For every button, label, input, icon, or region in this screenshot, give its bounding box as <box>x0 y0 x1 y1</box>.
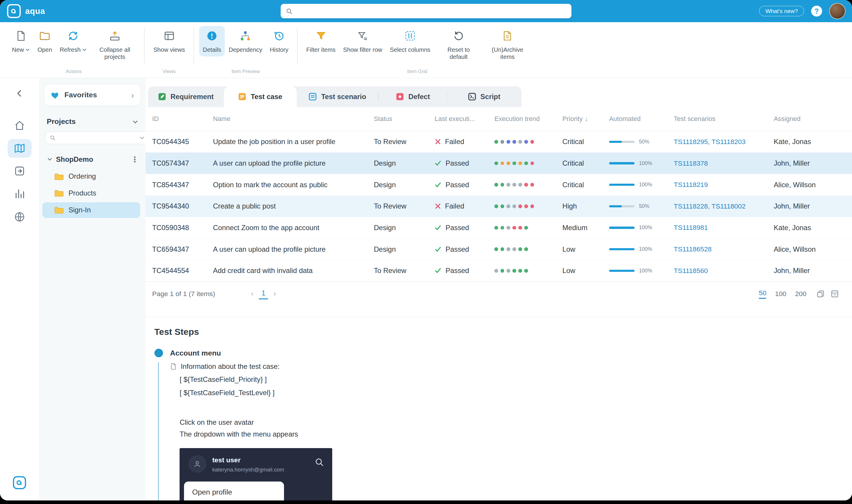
nav-projects-button[interactable] <box>8 139 32 157</box>
column-header-test-scenarios[interactable]: Test scenarios <box>674 115 774 123</box>
embedded-user-avatar <box>189 455 205 472</box>
chevron-down-icon <box>25 48 30 52</box>
passed-icon <box>435 224 442 231</box>
table-row[interactable]: TC8544347 Option to mark the account as … <box>146 174 852 196</box>
nav-integrations-button[interactable] <box>8 208 32 226</box>
scenario-links[interactable]: TS1118219 <box>674 181 774 189</box>
cell-status: Design <box>374 245 435 253</box>
tab-script[interactable]: Script <box>448 86 520 107</box>
person-icon <box>193 460 201 468</box>
next-page-button[interactable]: › <box>274 290 276 298</box>
refresh-button[interactable]: Refresh <box>56 26 91 56</box>
column-header-assigned[interactable]: Assigned <box>774 115 852 123</box>
card-view-icon[interactable] <box>816 290 825 298</box>
open-button[interactable]: Open <box>34 26 56 56</box>
page-size-50[interactable]: 50 <box>759 289 766 299</box>
select-columns-button[interactable]: Select columns <box>386 26 434 56</box>
history-button[interactable]: History <box>266 26 292 56</box>
failed-icon <box>435 139 441 145</box>
table-row[interactable]: TC4544554 Add credit card with invalid d… <box>146 260 852 282</box>
test-scenario-icon <box>309 93 317 101</box>
toolbar-separator <box>194 28 194 64</box>
table-row-selected[interactable]: TC0574347 A user can upload the profile … <box>146 152 852 174</box>
column-header-name[interactable]: Name <box>213 115 374 123</box>
column-header-automated[interactable]: Automated <box>609 115 674 123</box>
new-button[interactable]: New <box>8 26 34 56</box>
column-header-status[interactable]: Status <box>374 115 435 123</box>
favorites-label: Favorites <box>65 91 131 99</box>
toolbar-separator <box>297 28 297 64</box>
details-icon <box>206 29 218 42</box>
chevron-down-icon[interactable] <box>132 118 138 126</box>
column-header-last-execution[interactable]: Last executi... <box>435 115 494 123</box>
filter-items-button[interactable]: Filter items <box>303 26 339 56</box>
chevron-right-icon[interactable]: › <box>131 91 134 100</box>
projects-label: Projects <box>47 118 76 126</box>
nav-home-button[interactable] <box>8 116 32 134</box>
scenario-links[interactable]: TS1118228, TS1118002 <box>674 202 774 210</box>
show-views-button[interactable]: Show views <box>150 26 189 56</box>
show-filter-row-button[interactable]: Show filter row <box>339 26 386 56</box>
table-row[interactable]: TC0544345 Update the job position in a u… <box>146 131 852 153</box>
user-avatar[interactable] <box>829 3 846 19</box>
project-search-input[interactable] <box>59 134 139 142</box>
search-icon <box>286 8 293 15</box>
whats-new-button[interactable]: What's new? <box>759 6 804 16</box>
global-search[interactable] <box>281 4 572 19</box>
progress-bar <box>609 184 635 186</box>
nav-reports-button[interactable] <box>8 184 32 203</box>
cell-last-execution: Passed <box>435 223 494 232</box>
left-icon-rail <box>0 78 39 500</box>
kebab-menu-icon[interactable]: ⋮ <box>131 155 139 164</box>
tab-defect[interactable]: Defect <box>379 86 447 107</box>
search-icon <box>314 457 324 469</box>
table-row[interactable]: TC0590348 Connect Zoom to the app accoun… <box>146 217 852 239</box>
scenario-links[interactable]: TS1118560 <box>674 267 774 275</box>
reset-to-default-button[interactable]: Reset to default <box>434 26 483 64</box>
cell-assigned: John, Miller <box>774 202 852 210</box>
help-button[interactable]: ? <box>811 6 822 17</box>
dependency-button[interactable]: Dependency <box>225 26 266 56</box>
cell-priority: Low <box>562 245 609 253</box>
table-row[interactable]: TC6594347 A user can upload the profile … <box>146 239 852 260</box>
tree-node-shopdemo[interactable]: ShopDemo ⋮ <box>39 151 146 167</box>
details-button[interactable]: Details <box>199 26 225 56</box>
ribbon-toolbar: New Open Refresh Collapse <box>0 22 852 78</box>
table-row[interactable]: TC9544340 Create a public post To Review… <box>146 196 852 217</box>
cell-priority: Critical <box>562 138 609 146</box>
nav-releases-button[interactable] <box>8 162 32 180</box>
prev-page-button[interactable]: ‹ <box>251 290 253 298</box>
column-header-execution-trend[interactable]: Execution trend <box>494 115 562 123</box>
scenario-links[interactable]: TS1118295, TS1118203 <box>674 138 774 146</box>
tab-test-scenario[interactable]: Test scenario <box>297 86 378 107</box>
tree-node-products[interactable]: Products <box>42 185 140 201</box>
page-number[interactable]: 1 <box>259 288 268 299</box>
unarchive-items-button[interactable]: (Un)Archive items <box>483 26 532 64</box>
scenario-links[interactable]: TS1118378 <box>674 159 774 167</box>
group-label-views: Views <box>148 69 190 74</box>
tab-requirement[interactable]: Requirement <box>148 86 224 107</box>
project-search-combo[interactable] <box>46 132 148 144</box>
collapse-sidebar-button[interactable] <box>8 87 32 100</box>
step-attachment-image[interactable]: test user kateryna.hornysh@gmail.com Ope… <box>180 448 332 501</box>
tree-node-ordering[interactable]: Ordering <box>42 168 140 184</box>
toolbar-separator <box>144 28 145 64</box>
export-grid-icon[interactable] <box>830 290 839 298</box>
execution-trend-dots <box>494 140 562 144</box>
top-bar: aqua What's new? ? <box>0 0 852 22</box>
column-header-id[interactable]: ID <box>152 115 213 123</box>
tab-test-case[interactable]: Test case <box>224 86 297 107</box>
scenario-links[interactable]: TS11186528 <box>674 245 774 253</box>
page-size-200[interactable]: 200 <box>795 290 806 298</box>
collapse-all-projects-button[interactable]: Collapse all projects <box>90 26 139 64</box>
cell-id: TC9544340 <box>152 202 213 210</box>
tree-node-sign-in[interactable]: Sign-In <box>42 202 140 218</box>
column-header-priority[interactable]: Priority↓ <box>562 115 609 123</box>
progress-bar <box>609 248 635 250</box>
global-search-input[interactable] <box>296 7 566 16</box>
execution-trend-dots <box>494 269 562 273</box>
page-summary: Page 1 of 1 (7 items) <box>152 290 215 298</box>
scenario-links[interactable]: TS1118981 <box>674 223 774 232</box>
page-size-100[interactable]: 100 <box>775 290 786 298</box>
favorites-card[interactable]: Favorites › <box>44 84 141 106</box>
